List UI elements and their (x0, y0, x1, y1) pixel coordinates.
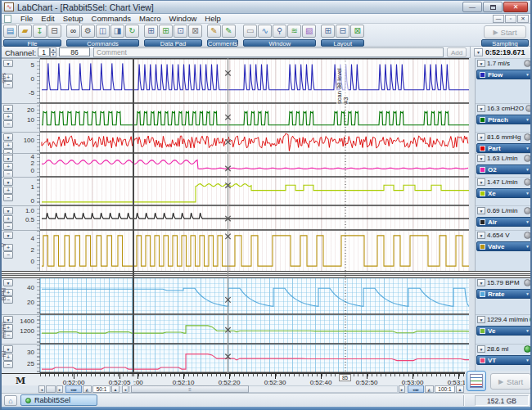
left-pane-scroll-thumb[interactable] (46, 385, 56, 393)
import-file-icon[interactable]: ↧ (33, 25, 47, 38)
channel-info-icon[interactable] (524, 60, 531, 67)
scale-menu-button-valve[interactable]: ▼ (3, 232, 13, 239)
channel-info-icon[interactable] (524, 155, 531, 162)
add-comment-icon[interactable]: ✎ (207, 25, 221, 38)
channel-number-field[interactable]: 1 (38, 47, 50, 56)
channel-menu-icon[interactable]: ▼ (525, 117, 530, 122)
range-dropdown-button[interactable]: ▼ (477, 232, 485, 239)
comment-number-field[interactable]: 86 (59, 47, 90, 56)
comment-flag-85[interactable]: 85 (339, 374, 351, 381)
spinner-down-icon[interactable]: ▼ (50, 52, 56, 57)
channel-name-bar-o2[interactable]: O2▼ (476, 164, 532, 174)
menu-macro[interactable]: Macro (135, 14, 165, 23)
start-button[interactable]: ▶ Start (490, 373, 531, 390)
channel-menu-icon[interactable]: ▼ (525, 291, 530, 296)
new-file-icon[interactable]: ▤ (3, 25, 17, 38)
scale-zoom-in-button-xe[interactable]: + (3, 187, 13, 194)
menu-help[interactable]: Help (201, 14, 225, 23)
range-dropdown-button[interactable]: ▼ (477, 316, 485, 323)
left-pane-ratio-up-button[interactable]: ▲ (111, 385, 119, 393)
channel-info-icon[interactable] (524, 133, 531, 141)
layout-grid-icon[interactable]: ⊞ (321, 25, 335, 38)
print-icon[interactable]: ⊟ (47, 25, 61, 38)
scale-zoom-out-button-valve[interactable]: − (3, 251, 13, 259)
comment-list-icon[interactable]: ✎ (222, 25, 236, 38)
channel-name-bar-part[interactable]: Part▼ (476, 143, 532, 153)
time-axis-left-pane[interactable]: 0:52:000:52:05 (40, 374, 133, 386)
right-pane-scroll-thumb[interactable]: ≡ (131, 385, 249, 393)
channel-name-bar-ptrach[interactable]: Ptrach▼ (476, 115, 532, 124)
channel-info-icon[interactable] (524, 279, 531, 286)
open-file-icon[interactable]: ▰ (18, 25, 32, 38)
channel-menu-icon[interactable]: ▼ (525, 191, 530, 196)
mdi-minimize-button[interactable]: — (493, 15, 504, 23)
range-dropdown-button[interactable]: ▼ (477, 279, 485, 286)
scale-zoom-in-button-part[interactable]: + (3, 142, 13, 149)
scale-menu-button-part[interactable]: ▼ (3, 133, 13, 141)
datapad-select-icon[interactable]: ⊠ (188, 25, 202, 38)
range-dropdown-button[interactable]: ▼ (477, 133, 485, 141)
channel-menu-icon[interactable]: ▼ (525, 328, 530, 333)
scale-zoom-in-button-air[interactable]: + (3, 215, 13, 223)
comment-input[interactable] (93, 47, 444, 57)
channel-name-bar-rrate[interactable]: Rrate▼ (476, 289, 532, 299)
layout-save-icon[interactable]: ⊠ (350, 25, 364, 38)
menu-edit[interactable]: Edit (37, 14, 58, 23)
channel-name-bar-flow[interactable]: Flow▼ (476, 70, 532, 79)
range-dropdown-button[interactable]: ▼ (477, 105, 485, 112)
time-axis-right-pane[interactable]: 2:000:52:100:52:200:52:300:52:400:52:500… (133, 374, 469, 386)
scale-zoom-out-button-vt[interactable]: − (3, 361, 13, 368)
channel-menu-icon[interactable]: ▼ (525, 72, 530, 77)
channel-menu-icon[interactable]: ▼ (525, 146, 530, 151)
channel-info-icon[interactable] (524, 178, 531, 186)
channel-info-icon[interactable] (524, 345, 531, 353)
right-pane-ratio-up-button[interactable]: ▲ (456, 385, 464, 393)
channel-info-icon[interactable] (524, 207, 531, 214)
menu-file[interactable]: File (16, 14, 37, 23)
left-pane-scroll-left-button[interactable]: ◂ (38, 385, 45, 393)
left-pane-ratio[interactable]: 50:1 (92, 385, 110, 393)
tile-windows-icon[interactable]: ▭ (243, 25, 257, 38)
range-dropdown-button[interactable]: ▼ (477, 60, 485, 67)
range-dropdown-button[interactable]: ▼ (477, 155, 485, 162)
scale-menu-button-flow[interactable]: ▼ (3, 60, 13, 67)
channel-name-bar-xe[interactable]: Xe▼ (476, 188, 532, 198)
scale-menu-button-xe[interactable]: ▼ (3, 178, 13, 186)
scale-zoom-in-button-o2[interactable]: + (3, 163, 13, 170)
channel-info-icon[interactable] (524, 232, 531, 239)
mdi-restore-button[interactable]: ▫ (505, 15, 516, 23)
minimize-button[interactable]: — (462, 2, 482, 12)
datapad-add-column-icon[interactable]: ⊞ (159, 25, 173, 38)
layout-tile-icon[interactable]: ⊟ (336, 25, 349, 38)
menu-setup[interactable]: Setup (59, 14, 88, 23)
channel-name-bar-valve[interactable]: Valve▼ (476, 241, 532, 251)
channel-menu-icon[interactable]: ▼ (525, 167, 530, 172)
find-icon[interactable]: ∞ (66, 25, 80, 38)
scale-zoom-out-button-ptrach[interactable]: − (3, 120, 13, 128)
chart-window-icon[interactable]: ∿ (258, 25, 272, 38)
scale-zoom-out-button-air[interactable]: − (3, 223, 13, 230)
scale-menu-button-ptrach[interactable]: ▼ (3, 105, 13, 112)
channel-name-bar-air[interactable]: Air▼ (476, 217, 532, 227)
command-window-icon[interactable]: ◨ (110, 25, 124, 38)
datapad-options-icon[interactable]: ⊡ (174, 25, 187, 38)
mdi-close-button[interactable]: ✕ (517, 15, 529, 23)
scale-menu-button-air[interactable]: ▼ (3, 207, 13, 214)
scale-menu-button-rrate[interactable]: ▼ (3, 279, 13, 286)
range-dropdown-button[interactable]: ▼ (477, 178, 485, 186)
right-pane-compress-button[interactable]: ◂●▸ (408, 385, 424, 393)
home-button[interactable]: ⌂ (4, 395, 17, 406)
document-tab[interactable]: Rabbit5Sel (20, 394, 97, 406)
channel-info-icon[interactable] (525, 105, 532, 112)
left-pane-overview-button[interactable]: ◭ (83, 385, 92, 393)
range-dropdown-button[interactable]: ▼ (477, 207, 485, 214)
restore-button[interactable] (483, 2, 503, 12)
menu-window[interactable]: Window (165, 14, 201, 23)
scale-zoom-out-button-xe[interactable]: − (3, 194, 13, 201)
time-dropdown-button[interactable]: ▼ (474, 48, 483, 56)
scale-zoom-in-button-ptrach[interactable]: + (3, 113, 13, 120)
datapad-view-icon[interactable]: ⊞ (144, 25, 158, 38)
channel-name-bar-vt[interactable]: VT▼ (476, 355, 532, 365)
right-pane-scroll-left-button[interactable]: ◂ (122, 385, 128, 393)
channel-menu-icon[interactable]: ▼ (525, 358, 530, 363)
